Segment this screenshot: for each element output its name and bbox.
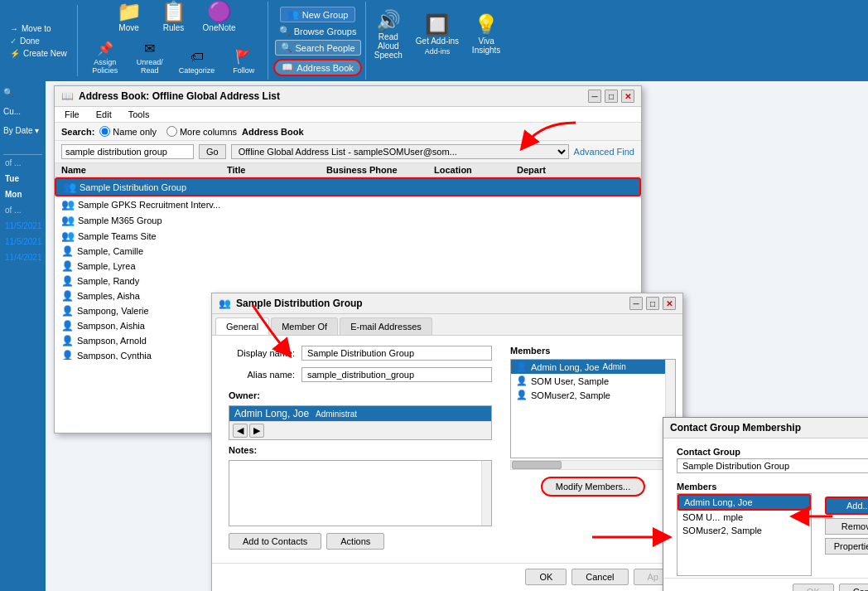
dg-maximize-btn[interactable]: □: [646, 297, 659, 310]
cgm-cancel-btn[interactable]: Cancel: [839, 584, 868, 591]
tab-email-addresses[interactable]: E-mail Addresses: [340, 317, 432, 335]
window-controls: ─ □ ✕: [588, 90, 634, 103]
ribbon-read-aloud-section: 🔊 ReadAloudSpeech: [368, 2, 409, 80]
browse-groups-label[interactable]: Browse Groups: [294, 27, 357, 36]
display-name-input[interactable]: [301, 346, 492, 361]
sidebar-date-1[interactable]: 11/5/2021: [3, 218, 42, 234]
notes-textarea[interactable]: [229, 461, 491, 526]
sidebar-filter-label[interactable]: Cu...: [3, 100, 42, 123]
cgm-ok-btn[interactable]: OK: [793, 584, 834, 591]
sidebar-date-2[interactable]: 11/5/2021: [3, 234, 42, 249]
modify-members-btn[interactable]: Modify Members...: [541, 477, 645, 497]
dg-window-controls: ─ □ ✕: [629, 297, 676, 310]
members-hscroll[interactable]: [510, 460, 676, 470]
addins-label[interactable]: Get Add-ins: [416, 36, 459, 46]
minimize-btn[interactable]: ─: [588, 90, 601, 103]
dg-ok-btn[interactable]: OK: [525, 569, 567, 585]
ribbon-categorize-btn[interactable]: 🏷 Categorize: [174, 39, 220, 76]
list-item-2[interactable]: 👥Sample M365 Group: [55, 212, 641, 228]
menu-file[interactable]: File: [61, 109, 83, 120]
ribbon-move-btn[interactable]: 📁 Move: [108, 0, 150, 34]
cgm-titlebar[interactable]: Contact Group Membership ✕: [663, 418, 868, 438]
member-name-0: Admin Long, Joe: [531, 362, 600, 372]
member-2[interactable]: 👤 SOMuser2, Sample: [511, 388, 675, 402]
advanced-find-link[interactable]: Advanced Find: [574, 147, 634, 157]
dg-tabs-bar: General Member Of E-mail Addresses: [212, 314, 682, 336]
add-to-contacts-btn[interactable]: Add to Contacts: [229, 533, 321, 550]
search-icon[interactable]: 🔍: [3, 85, 42, 100]
list-item-6[interactable]: 👤Sample, Randy: [55, 274, 641, 288]
sidebar-date-3[interactable]: 11/4/2021: [3, 249, 42, 265]
member-0[interactable]: 👤 Admin Long, Joe Admin: [511, 360, 675, 374]
owner-prev-btn[interactable]: ◀: [233, 424, 248, 438]
sidebar-item-of2[interactable]: of ...: [3, 202, 42, 218]
sidebar-item-tue[interactable]: Tue: [3, 171, 42, 187]
read-aloud-label[interactable]: ReadAloudSpeech: [374, 32, 403, 60]
cgm-add-btn[interactable]: Add...: [825, 497, 868, 515]
alias-input[interactable]: [301, 367, 492, 382]
cgm-contact-group-input[interactable]: [677, 458, 868, 473]
create-new-label[interactable]: ⚡ Create New: [10, 47, 67, 60]
member-sub-0: Admin: [603, 362, 626, 371]
alias-row: Alias name:: [219, 364, 502, 385]
display-name-row: Display name:: [219, 342, 502, 364]
tab-general[interactable]: General: [215, 317, 269, 335]
cgm-member-1[interactable]: SOM U... mple: [678, 511, 811, 524]
search-input[interactable]: [61, 144, 194, 159]
close-btn[interactable]: ✕: [621, 90, 634, 103]
ribbon-rules-btn[interactable]: 📋 Rules: [153, 0, 195, 34]
go-btn[interactable]: Go: [199, 144, 226, 159]
dg-titlebar[interactable]: 👥 Sample Distribution Group ─ □ ✕: [212, 293, 682, 314]
menu-edit[interactable]: Edit: [93, 109, 115, 120]
address-book-btn[interactable]: 📖 Address Book: [273, 59, 361, 76]
list-item-1[interactable]: 👥Sample GPKS Recruitment Interv...: [55, 196, 641, 212]
actions-btn[interactable]: Actions: [326, 533, 384, 550]
cgm-remove-btn[interactable]: Remove: [825, 518, 868, 535]
maximize-btn[interactable]: □: [605, 90, 618, 103]
owner-next-btn[interactable]: ▶: [249, 424, 264, 438]
cgm-member-sub-1: mple: [723, 512, 743, 522]
owner-box: Admin Long, Joe Administrat ◀ ▶: [229, 405, 492, 440]
cgm-properties-btn[interactable]: Properties...: [825, 538, 868, 555]
list-item-0[interactable]: 👥 Sample Distribution Group: [55, 177, 641, 196]
cgm-member-name-2: SOMuser2, Sample: [682, 526, 762, 535]
ribbon-move-group: 📁 Move 📋 Rules 🟣 OneNote 📌 AssignPolicie…: [81, 2, 269, 80]
list-item-3[interactable]: 👥Sample Teams Site: [55, 228, 641, 244]
dg-content: Display name: Alias name: Owner: Admin L…: [212, 336, 682, 563]
ribbon-assign-btn[interactable]: 📌 AssignPolicies: [84, 39, 126, 76]
member-icon-1: 👤: [516, 375, 528, 386]
insights-label[interactable]: VivaInsights: [472, 36, 500, 55]
cgm-bottom-buttons: OK Cancel: [663, 578, 868, 591]
dg-cancel-btn[interactable]: Cancel: [571, 569, 628, 585]
ribbon: → Move to ✓ Done ⚡ Create New 📁 Move 📋 R…: [0, 0, 868, 81]
dg-minimize-btn[interactable]: ─: [629, 297, 643, 310]
cgm-members-area: Admin Long, Joe SOM U... mple SOMuser2, …: [670, 493, 868, 576]
notes-scrollbar[interactable]: [481, 461, 491, 526]
list-item-5[interactable]: 👤Sample, Lyrea: [55, 259, 641, 274]
sidebar-item-of1[interactable]: of ...: [3, 155, 42, 171]
cgm-member-0[interactable]: Admin Long, Joe: [678, 494, 811, 511]
move-to-label[interactable]: → Move to: [10, 22, 67, 35]
address-book-select[interactable]: Offline Global Address List - sampleSOMU…: [231, 144, 569, 159]
address-book-titlebar[interactable]: 📖 Address Book: Offline Global Address L…: [55, 86, 641, 107]
list-item-4[interactable]: 👤Sample, Camille: [55, 244, 641, 259]
notes-area[interactable]: [229, 460, 492, 526]
menu-tools[interactable]: Tools: [125, 109, 153, 120]
dg-close-btn[interactable]: ✕: [663, 297, 676, 310]
cgm-member-2[interactable]: SOMuser2, Sample: [678, 524, 811, 537]
ribbon-follow-btn[interactable]: 🚩 Follow: [223, 39, 264, 76]
owner-nav: ◀ ▶: [229, 421, 491, 439]
search-people-btn[interactable]: 🔍 Search People: [275, 40, 361, 56]
member-1[interactable]: 👤 SOM User, Sample: [511, 374, 675, 388]
owner-item[interactable]: Admin Long, Joe Administrat: [229, 406, 491, 421]
cgm-members-label: Members: [670, 478, 868, 493]
ribbon-onenote-btn[interactable]: 🟣 OneNote: [198, 0, 241, 34]
radio-name-only[interactable]: Name only: [99, 126, 157, 137]
done-label[interactable]: ✓ Done: [10, 35, 67, 47]
tab-member-of[interactable]: Member Of: [271, 317, 338, 335]
modify-members-container: Modify Members...: [510, 477, 676, 497]
sidebar-item-mon[interactable]: Mon: [3, 187, 42, 202]
radio-more-cols[interactable]: More columns: [166, 126, 237, 137]
ribbon-unread-btn[interactable]: ✉ Unread/Read: [129, 39, 171, 76]
new-group-btn[interactable]: 👥New Group: [280, 7, 356, 22]
